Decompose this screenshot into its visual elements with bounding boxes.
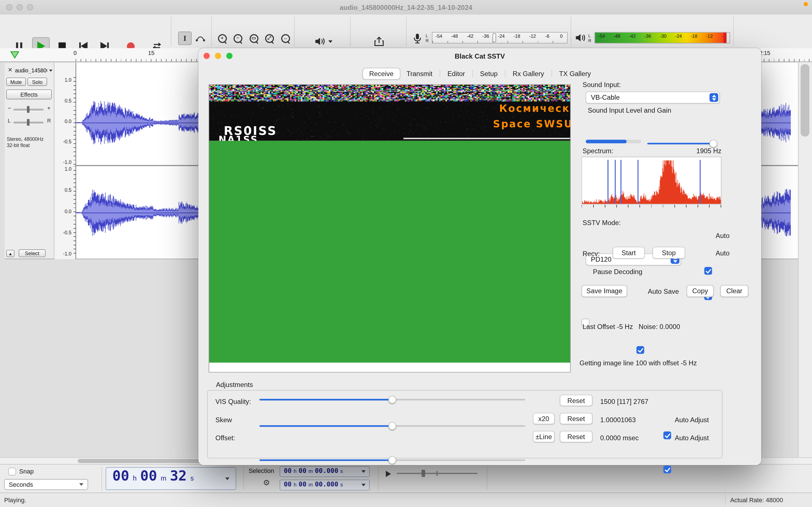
toolbar-separator bbox=[101, 467, 102, 490]
fit-project-button[interactable]: ⤢ bbox=[262, 32, 276, 45]
select-track-button[interactable]: Select bbox=[18, 249, 46, 257]
close-track-icon[interactable]: ✕ bbox=[8, 67, 13, 73]
record-meter-scale-label: -24 bbox=[498, 34, 505, 39]
gain-slider-thumb[interactable] bbox=[27, 106, 30, 113]
spectrum-ticks bbox=[581, 205, 721, 207]
channel2-ticks bbox=[73, 166, 75, 257]
collapse-track-button[interactable]: ▲ bbox=[6, 250, 14, 257]
sel-end-chevron-icon[interactable] bbox=[361, 484, 366, 486]
sel-end-h-unit: h bbox=[294, 482, 297, 487]
auto-save-checkbox[interactable] bbox=[637, 346, 644, 354]
sstv-unreceived-area bbox=[209, 363, 570, 372]
vis-reset-button[interactable]: Reset bbox=[560, 395, 593, 406]
vertical-scrollbar[interactable] bbox=[798, 62, 812, 457]
offset-value: 0.0000 msec bbox=[600, 434, 639, 442]
offset-knob[interactable] bbox=[388, 456, 396, 464]
record-level-slider-thumb[interactable] bbox=[493, 33, 496, 43]
tab-tx-gallery[interactable]: TX Gallery bbox=[553, 68, 597, 79]
tab-setup[interactable]: Setup bbox=[474, 68, 504, 79]
playback-time-display[interactable]: 00 h 00 m 32 s bbox=[106, 467, 236, 490]
sound-input-value: VB-Cable bbox=[591, 94, 620, 101]
scale-label: 0.0 bbox=[64, 118, 71, 124]
gain-knob[interactable] bbox=[709, 140, 717, 148]
solo-button[interactable]: Solo bbox=[28, 78, 47, 86]
scale-label: -0.5 bbox=[63, 139, 71, 145]
fit-selection-button[interactable]: ▭ bbox=[247, 32, 260, 45]
snap-mode-combobox[interactable]: Seconds bbox=[4, 479, 88, 490]
pan-slider-thumb[interactable] bbox=[27, 119, 30, 126]
track-format-info: Stereo, 48000Hz 32-bit float bbox=[7, 136, 44, 149]
skew-slider[interactable] bbox=[259, 422, 525, 431]
selection-label: Selection bbox=[249, 467, 274, 474]
selection-settings-gear-icon[interactable]: ⚙ bbox=[263, 478, 270, 487]
playback-meter-channel-labels: LR bbox=[589, 34, 592, 43]
effects-button[interactable]: Effects bbox=[6, 90, 52, 100]
clear-button[interactable]: Clear bbox=[720, 285, 748, 297]
playback-meter[interactable]: -54-48-42-36-30-24-18-12-6 bbox=[595, 32, 730, 43]
offset-line-button[interactable]: ±Line bbox=[533, 431, 555, 442]
play-region-marker-icon[interactable] bbox=[10, 51, 19, 59]
offset-auto-adjust-checkbox[interactable] bbox=[663, 466, 671, 473]
skew-value: 1.00001063 bbox=[600, 416, 636, 424]
tab-receive[interactable]: Receive bbox=[363, 68, 400, 79]
track-control-panel: ✕ audio_145800 Mute Solo Effects − + L R… bbox=[5, 62, 54, 259]
vis-quality-knob[interactable] bbox=[388, 396, 396, 404]
channel2-scale: 1.00.50.0-0.5-1.0 bbox=[54, 166, 71, 257]
toolbar-separator bbox=[350, 17, 351, 46]
tab-transmit[interactable]: Transmit bbox=[400, 68, 439, 79]
envelope-tool-button[interactable] bbox=[194, 32, 207, 45]
snap-checkbox[interactable] bbox=[8, 467, 16, 475]
pause-decoding-label: Pause Decoding bbox=[593, 268, 642, 276]
copy-button[interactable]: Copy bbox=[687, 285, 714, 297]
skew-reset-button[interactable]: Reset bbox=[560, 413, 593, 424]
toolbar-separator bbox=[378, 467, 378, 490]
adjustments-title: Adjustments bbox=[216, 381, 253, 389]
skew-auto-adjust-checkbox[interactable] bbox=[663, 432, 671, 439]
stop-button-sstv[interactable]: Stop bbox=[652, 247, 685, 259]
fit-selection-icon: ▭ bbox=[249, 34, 258, 43]
zoom-out-button[interactable]: − bbox=[231, 32, 245, 45]
vis-quality-slider[interactable] bbox=[259, 396, 525, 404]
zoom-in-icon: + bbox=[218, 34, 226, 43]
skew-x20-button[interactable]: x20 bbox=[533, 413, 555, 424]
sstv-text-callsign2: NA1SS bbox=[218, 134, 258, 141]
offset-reset-button[interactable]: Reset bbox=[560, 431, 593, 442]
snap-mode-value: Seconds bbox=[9, 481, 33, 488]
track-menu-chevron-icon[interactable] bbox=[49, 69, 52, 71]
sel-start-chevron-icon[interactable] bbox=[361, 470, 366, 473]
skew-auto-adjust-label: Auto Adjust bbox=[675, 416, 709, 424]
channel1-ticks bbox=[73, 77, 75, 165]
share-icon bbox=[374, 36, 384, 47]
tab-rx-gallery[interactable]: Rx Gallery bbox=[506, 68, 550, 79]
mode-auto-checkbox[interactable] bbox=[704, 267, 712, 275]
speed-slider-thumb[interactable] bbox=[421, 470, 425, 477]
recv-label: Recv: bbox=[582, 250, 600, 258]
toolbar-separator bbox=[571, 17, 571, 46]
vertical-scrollbar-thumb[interactable] bbox=[801, 64, 809, 136]
sstv-noise-band bbox=[209, 85, 570, 101]
selection-tool-button[interactable]: I bbox=[178, 32, 192, 45]
status-message: Playing. bbox=[4, 497, 26, 504]
offset-slider[interactable] bbox=[259, 456, 525, 464]
selection-end-field[interactable]: 00 h 00 m 00.000 s bbox=[280, 480, 370, 491]
snap-label: Snap bbox=[19, 467, 34, 475]
play-at-speed-button[interactable] bbox=[383, 469, 394, 479]
selection-start-field[interactable]: 00 h 00 m 00.000 s bbox=[280, 466, 370, 477]
save-image-button[interactable]: Save Image bbox=[581, 285, 627, 297]
mute-button[interactable]: Mute bbox=[6, 78, 26, 86]
record-meter-scale-label: -48 bbox=[451, 34, 458, 39]
start-button[interactable]: Start bbox=[613, 247, 645, 259]
bottom-toolbar: Snap Seconds 00 h 00 m 32 s Selection ⚙ … bbox=[0, 464, 812, 493]
zoom-in-button[interactable]: + bbox=[215, 32, 229, 45]
status-bar: Playing. Actual Rate: 48000 bbox=[0, 493, 812, 507]
time-format-chevron-icon[interactable] bbox=[225, 477, 230, 480]
audacity-titlebar: audio_145800000Hz_14-22-35_14-10-2024 bbox=[0, 0, 812, 15]
vertical-scale-ruler: 1.00.50.0-0.5-1.0 1.00.50.0-0.5-1.0 bbox=[54, 62, 76, 259]
track-title[interactable]: audio_145800 bbox=[15, 67, 47, 73]
sound-input-dropdown[interactable]: VB-Cable bbox=[586, 92, 720, 103]
tab-editor[interactable]: Editor bbox=[441, 68, 471, 79]
zoom-toggle-button[interactable]: ↔ bbox=[278, 32, 292, 45]
skew-knob[interactable] bbox=[388, 422, 396, 430]
record-meter[interactable]: -54-48-42-36-24-18-12-60 bbox=[432, 32, 567, 43]
recv-auto-label: Auto bbox=[716, 249, 729, 257]
